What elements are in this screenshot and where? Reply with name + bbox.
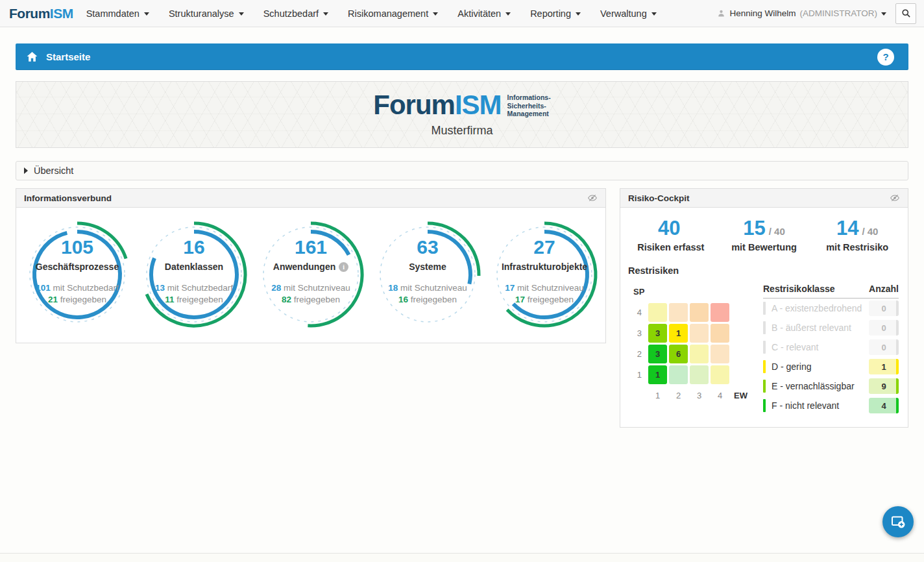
metric1-value: 101 (36, 283, 51, 293)
matrix-cell-sp3-ew3[interactable] (690, 324, 709, 343)
brand-logo[interactable]: ForumISM (9, 6, 73, 21)
nav-right: Henning Wilhelm (ADMINISTRATOR) (717, 3, 916, 24)
class-label: E - vernachlässigbar (772, 381, 863, 391)
nav-item-verwaltung[interactable]: Verwaltung (600, 8, 657, 19)
pill-color-edge (896, 320, 899, 336)
matrix-cell-sp3-ew1[interactable]: 3 (648, 324, 667, 343)
class-count-pill: 4 (869, 398, 899, 413)
app-banner: ForumISM Informations- Sicherheits- Mana… (16, 81, 908, 148)
matrix-row-label: 3 (632, 328, 646, 338)
class-row-b[interactable]: B - äußerst relevant0 (763, 318, 899, 337)
chevron-down-icon (323, 12, 328, 16)
nav-item-label: Aktivitäten (457, 8, 501, 19)
gauge-metric-1: 13 mit Schutzbedarf (155, 283, 233, 293)
gauge-datenklassen[interactable]: 16Datenklassen13 mit Schutzbedarf11 frei… (136, 217, 252, 332)
home-icon[interactable] (26, 51, 38, 63)
class-label: B - äußerst relevant (772, 323, 863, 333)
nav-item-stammdaten[interactable]: Stammdaten (86, 8, 149, 19)
nav-item-label: Schutzbedarf (263, 8, 319, 19)
gauge-label: Systeme (409, 262, 446, 272)
matrix-cell-sp1-ew4[interactable] (711, 365, 729, 384)
class-color-bar (763, 341, 766, 354)
matrix-cell-sp2-ew4[interactable] (711, 345, 729, 363)
matrix-cell-sp1-ew1[interactable]: 1 (648, 365, 667, 384)
metric2-value: 21 (48, 295, 58, 304)
nav-menu: StammdatenStrukturanalyseSchutzbedarfRis… (86, 8, 657, 19)
stat-suffix: / 40 (769, 226, 785, 237)
user-menu[interactable]: Henning Wilhelm (ADMINISTRATOR) (717, 8, 886, 18)
gauge-label-text: Datenklassen (165, 262, 223, 272)
chevron-down-icon (239, 12, 244, 16)
matrix-cell-sp4-ew4[interactable] (711, 303, 729, 322)
add-window-icon (890, 514, 906, 530)
matrix-cell-sp3-ew4[interactable] (711, 324, 729, 343)
gauge-systeme[interactable]: 63Systeme18 mit Schutzniveau16 freigegeb… (369, 217, 486, 332)
class-row-a[interactable]: A - existenzbedrohend0 (763, 299, 899, 318)
stat-suffix: / 40 (862, 226, 878, 237)
gauge-metric-2: 82 freigegeben (282, 295, 340, 304)
informationsverbund-header: Informationsverbund (16, 189, 605, 208)
top-navbar: ForumISM StammdatenStrukturanalyseSchutz… (0, 0, 924, 27)
add-widget-fab[interactable] (882, 506, 914, 537)
overview-toggle[interactable]: Übersicht (16, 161, 908, 180)
class-row-f[interactable]: F - nicht relevant4 (763, 396, 899, 415)
class-row-e[interactable]: E - vernachlässigbar9 (763, 376, 899, 396)
hide-widget-button[interactable] (890, 193, 900, 203)
gauge-label: Datenklassen (165, 262, 223, 272)
nav-item-strukturanalyse[interactable]: Strukturanalyse (169, 8, 244, 19)
matrix-grid: SP4331236111234EW (632, 282, 763, 405)
nav-item-label: Verwaltung (600, 8, 647, 19)
help-button[interactable]: ? (877, 49, 894, 66)
info-icon[interactable]: i (339, 262, 348, 272)
gauge-metric-1: 101 mit Schutzbedarf (36, 283, 119, 293)
class-row-d[interactable]: D - gering1 (763, 357, 899, 376)
class-color-bar (763, 321, 766, 334)
gauge-metric-1: 28 mit Schutzniveau (271, 283, 350, 293)
triangle-right-icon (24, 167, 28, 174)
gauge-total: 16 (183, 238, 204, 257)
class-color-bar (763, 380, 766, 393)
search-button[interactable] (895, 3, 916, 24)
restrisiken-section: Restrisiken SP4331236111234EW Restrisiko… (620, 262, 908, 427)
matrix-cell-sp4-ew3[interactable] (690, 303, 709, 322)
class-color-bar (763, 399, 766, 412)
eye-slash-icon (587, 193, 598, 203)
pill-color-edge (896, 359, 899, 374)
risiko-cockpit-panel: Risiko-Cockpit 40 Risiken erfasst 15/ 40… (620, 188, 908, 428)
gauge-label-text: Anwendungen (273, 262, 335, 272)
matrix-cell-sp1-ew2[interactable] (669, 365, 688, 384)
nav-item-label: Strukturanalyse (169, 8, 234, 19)
nav-item-risikomanagement[interactable]: Risikomanagement (348, 8, 438, 19)
stat-value: 15 (743, 218, 765, 238)
matrix-cell-sp1-ew3[interactable] (690, 365, 709, 384)
gauge-row: 105Geschäftsprozesse101 mit Schutzbedarf… (16, 208, 605, 343)
matrix-cell-sp2-ew2[interactable]: 6 (669, 345, 688, 363)
tagline-line2: Sicherheits- (507, 102, 551, 110)
chevron-down-icon (433, 12, 438, 16)
gauge-label: Anwendungeni (273, 262, 348, 272)
nav-item-reporting[interactable]: Reporting (530, 8, 581, 19)
nav-item-schutzbedarf[interactable]: Schutzbedarf (263, 8, 328, 19)
stat-label: mit Restrisiko (810, 242, 904, 252)
matrix-cell-sp4-ew1[interactable] (648, 303, 667, 322)
matrix-row-label: 4 (632, 308, 646, 317)
class-count-pill: 1 (869, 359, 899, 374)
col-restrisikoklasse: Restrisikoklasse (763, 284, 869, 294)
gauge-geschaeftsprozesse[interactable]: 105Geschäftsprozesse101 mit Schutzbedarf… (19, 217, 136, 332)
banner-logo-part1: Forum (373, 90, 455, 120)
page-title[interactable]: Startseite (46, 51, 90, 62)
gauge-infrastrukturobjekte[interactable]: 27Infrastrukturobjekte17 mit Schutznivea… (486, 217, 603, 332)
gauge-text: 161Anwendungeni28 mit Schutzniveau82 fre… (252, 217, 369, 332)
class-row-c[interactable]: C - relevant0 (763, 337, 899, 357)
stat-label: mit Bewertung (718, 242, 811, 252)
nav-item-aktivitaeten[interactable]: Aktivitäten (457, 8, 511, 19)
hide-widget-button[interactable] (587, 193, 598, 203)
brand-part2: ISM (50, 6, 73, 21)
matrix-cell-sp2-ew1[interactable]: 3 (648, 345, 667, 363)
matrix-cell-sp3-ew2[interactable]: 1 (669, 324, 688, 343)
gauge-anwendungen[interactable]: 161Anwendungeni28 mit Schutzniveau82 fre… (252, 217, 369, 332)
gauge-metric-1: 18 mit Schutzniveau (388, 283, 467, 293)
matrix-cell-sp4-ew2[interactable] (669, 303, 688, 322)
informationsverbund-panel: Informationsverbund 105Geschäftsprozesse… (16, 188, 606, 343)
matrix-cell-sp2-ew3[interactable] (690, 345, 709, 363)
